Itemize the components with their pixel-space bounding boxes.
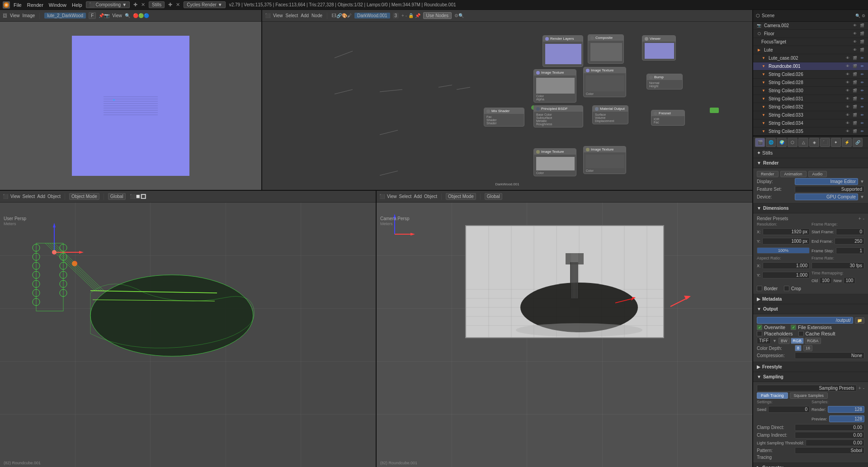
device-value[interactable]: GPU Compute [795, 193, 858, 200]
outline-item-roundcube[interactable]: ▼ Roundcube.001 👁 🎬 ✏ [753, 62, 868, 71]
outline-item-focustarget[interactable]: FocusTarget 👁 🎬 [753, 38, 868, 46]
close-editor-btn[interactable]: ✕ [141, 2, 145, 8]
node-canvas[interactable]: Render Layers Composite [262, 22, 752, 190]
close-stills-btn[interactable]: ✕ [176, 2, 180, 8]
viewport-left-content[interactable]: User Persp Meters (82) Roundcube.001 [0, 203, 376, 467]
fps-value[interactable]: 30 fps [811, 262, 864, 269]
aspect-y-value[interactable]: 1.000 [762, 272, 810, 278]
seed-value[interactable]: 0 [768, 406, 810, 413]
menu-file[interactable]: File [14, 2, 22, 8]
render-samples-value[interactable]: 128 [828, 406, 864, 413]
vr-mode-btn[interactable]: Object Mode [446, 193, 476, 200]
animation-button[interactable]: Animation [780, 171, 807, 177]
preview-samples-value[interactable]: 128 [829, 415, 864, 422]
ie-view-btn[interactable]: View [10, 13, 20, 18]
vl-object-btn[interactable]: Object [47, 194, 61, 199]
node-viewer[interactable]: Viewer [642, 35, 676, 61]
node-composite[interactable]: Composite [588, 34, 624, 64]
vl-global-btn[interactable]: Global [108, 193, 126, 200]
props-physics-btn[interactable]: ⚡ [842, 138, 852, 147]
node-mix-left[interactable]: Mix Shader Fac Shader Shader [484, 108, 524, 127]
feature-set-value[interactable]: Supported [795, 186, 864, 193]
props-render-btn[interactable]: 🎬 [755, 138, 765, 147]
menu-render[interactable]: Render [27, 2, 43, 8]
props-scene-btn[interactable]: 🌐 [766, 138, 776, 147]
output-path-browse[interactable]: 📁 [855, 317, 864, 324]
metadata-section-header[interactable]: ▶ Metadata [753, 294, 868, 304]
camera-visibility[interactable]: 👁 [852, 23, 858, 29]
sampling-section-header[interactable]: ▼ Sampling [753, 372, 868, 382]
geometry-section-header[interactable]: ▶ Geometry [753, 463, 868, 467]
end-frame-value[interactable]: 250 [835, 238, 864, 245]
add-stills-btn[interactable]: ✚ [168, 2, 172, 8]
node-fresnel[interactable]: Fresnel IOR Fac [651, 110, 685, 126]
render-button[interactable]: Render [757, 171, 778, 177]
pattern-value[interactable]: Sobol [795, 447, 864, 454]
ie-image-btn[interactable]: Image [23, 13, 35, 18]
clamp-indirect-value[interactable]: 0.00 [795, 432, 864, 439]
res-y-value[interactable]: 1000 px [762, 238, 810, 245]
outline-item-string2[interactable]: ▼ String Coiled.028 👁🎬✏ [753, 79, 868, 87]
ne-add-btn[interactable]: Add [301, 13, 309, 18]
freestyle-section-header[interactable]: ▶ Freestyle [753, 362, 868, 372]
props-constraints-btn[interactable]: 🔗 [853, 138, 863, 147]
audio-button[interactable]: Audio [808, 171, 827, 177]
props-texture-btn[interactable]: ⬛ [820, 138, 830, 147]
props-material-btn[interactable]: ◈ [809, 138, 819, 147]
vl-add-btn[interactable]: Add [37, 194, 45, 199]
render-engine-selector[interactable]: Cycles Render ▼ [184, 1, 226, 8]
vl-view-btn[interactable]: View [10, 194, 20, 199]
node-image-2[interactable]: Image Texture Color [583, 67, 626, 97]
aspect-x-value[interactable]: 1.000 [763, 262, 810, 269]
editor-type-stills[interactable]: Stills [149, 1, 165, 8]
node-image-1[interactable]: Image Texture Color Alpha [533, 69, 576, 103]
bw-btn[interactable]: BW [778, 338, 790, 344]
sampling-presets-value[interactable]: Sampling Presets [757, 385, 857, 392]
square-samples-btn[interactable]: Square Samples [790, 392, 828, 399]
outline-item-camera[interactable]: 📷 Camera.002 👁 🎬 [753, 22, 868, 30]
outline-filter-icon[interactable]: 🔍 [855, 14, 860, 18]
props-mesh-btn[interactable]: △ [798, 138, 808, 147]
compression-value[interactable]: None [795, 352, 864, 359]
ne-node-btn[interactable]: Node [311, 13, 322, 18]
node-principled[interactable]: Principled BSDF Base Color Subsurface Me… [533, 105, 583, 127]
depth-8-btn[interactable]: 8 [795, 345, 802, 351]
outline-item-string7[interactable]: ▼ String Coiled.034 👁🎬✏ [753, 119, 868, 127]
ne-select-btn[interactable]: Select [286, 13, 298, 18]
vl-select-btn[interactable]: Select [23, 194, 35, 199]
display-value[interactable]: Image Editor [795, 178, 858, 185]
outline-item-lute[interactable]: ▶ Lute 👁 🎬 [753, 46, 868, 54]
output-path[interactable]: /output/ [757, 317, 853, 324]
placeholders-checkbox[interactable] [757, 331, 762, 336]
file-ext-checkbox[interactable]: ✓ [791, 325, 796, 330]
node-mapping[interactable]: Image Texture Color [583, 146, 626, 174]
outline-item-lutecase[interactable]: ▼ Lute_case.002 👁 🎬 ✏ [753, 54, 868, 62]
cache-checkbox[interactable] [798, 331, 804, 336]
props-world-btn[interactable]: 🌍 [777, 138, 787, 147]
light-sampling-value[interactable]: 0.00 [806, 439, 864, 446]
camera-render[interactable]: 🎬 [859, 23, 865, 29]
outline-item-string4[interactable]: ▼ String Coiled.031 👁🎬✏ [753, 95, 868, 103]
node-output-mat[interactable]: Material Output Surface Volume Displacem… [592, 105, 628, 124]
time-old-value[interactable]: 100 [820, 277, 832, 284]
output-section-header[interactable]: ▼ Output [753, 304, 868, 314]
dimensions-section-header[interactable]: ▼ Dimensions [753, 203, 868, 213]
time-new-value[interactable]: 100 [844, 277, 856, 284]
outline-item-string6[interactable]: ▼ String Coiled.033 👁🎬✏ [753, 111, 868, 119]
props-object-btn[interactable]: ⬡ [788, 138, 797, 147]
frame-step-value[interactable]: 1 [836, 247, 864, 254]
vr-select-btn[interactable]: Select [399, 194, 412, 199]
node-render-layers[interactable]: Render Layers [542, 35, 583, 67]
crop-checkbox[interactable] [784, 286, 789, 291]
rgb-btn[interactable]: RGB [791, 338, 804, 344]
node-uv-map[interactable]: Image Texture Color [533, 148, 576, 176]
outline-item-floor[interactable]: ⬡ Floor 👁 🎬 [753, 30, 868, 38]
outline-item-string3[interactable]: ▼ String Coiled.030 👁🎬✏ [753, 87, 868, 95]
overwrite-checkbox[interactable]: ✓ [757, 325, 762, 330]
ne-use-nodes-btn[interactable]: Use Nodes [423, 12, 452, 19]
depth-16-btn[interactable]: 16 [803, 345, 812, 351]
render-section-header[interactable]: ▼ Render [753, 158, 868, 168]
outline-options-icon[interactable]: ⚙ [862, 14, 865, 18]
ie-view2-btn[interactable]: View [112, 13, 122, 18]
add-editor-btn[interactable]: ✚ [133, 2, 137, 8]
